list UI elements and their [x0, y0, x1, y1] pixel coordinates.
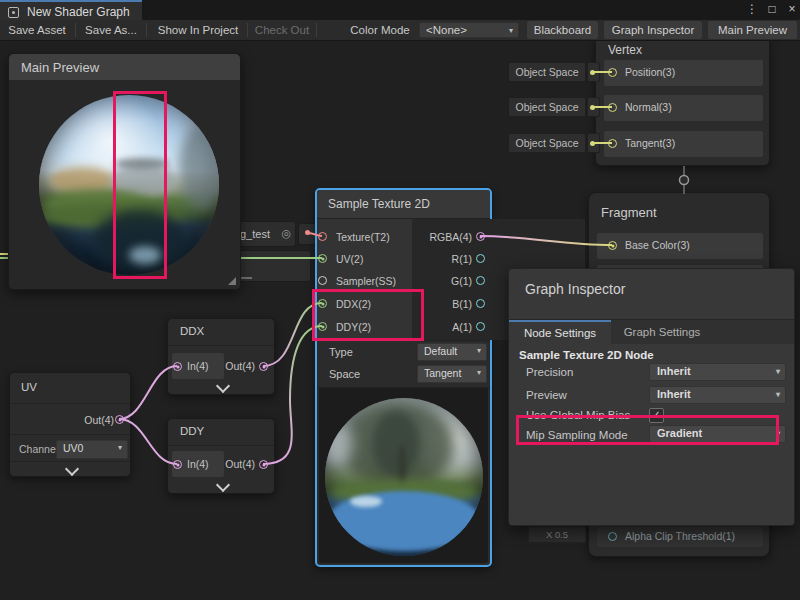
tab-graph-settings[interactable]: Graph Settings — [611, 320, 713, 344]
ddx-out-port[interactable] — [259, 362, 268, 371]
position-port[interactable] — [608, 68, 617, 77]
highlight-main-preview-strip — [113, 91, 167, 279]
resize-grip[interactable] — [228, 277, 236, 285]
precision-dropdown[interactable]: Inherit ▾ — [649, 363, 786, 381]
tangent-port[interactable] — [608, 139, 617, 148]
ddx-node[interactable]: DDX In(4) Out(4) — [167, 318, 275, 395]
color-mode-label: Color Mode — [347, 20, 413, 40]
base-color-port[interactable] — [608, 241, 617, 250]
save-asset-button[interactable]: Save Asset — [2, 20, 72, 40]
texture-input-label: Texture(T2) — [336, 231, 390, 243]
texture-asset-field[interactable]: g_test ◎ — [233, 221, 296, 247]
save-as-button[interactable]: Save As... — [79, 20, 143, 40]
tree-canopy-reflection — [372, 411, 419, 477]
divider — [146, 23, 147, 37]
dropdown-arrow-icon: ▾ — [776, 364, 780, 379]
texture-asset-name: g_test — [240, 228, 270, 240]
uv-channel-dropdown[interactable]: UV0 ▾ — [56, 440, 128, 459]
blackboard-toggle-button[interactable]: Blackboard — [527, 21, 598, 39]
inspector-tab-row: Node Settings Graph Settings — [509, 319, 794, 344]
texture-property-drawer[interactable] — [233, 250, 311, 282]
r-output-label: R(1) — [412, 253, 472, 265]
vertex-fragment-connector-knob[interactable] — [680, 176, 689, 185]
ddy-in-port[interactable] — [173, 460, 182, 469]
chevron-down-icon[interactable] — [65, 462, 79, 476]
sample-texture-2d-node[interactable]: Sample Texture 2D Texture(T2) UV(2) Samp… — [315, 188, 492, 567]
ddy-out-port[interactable] — [259, 460, 268, 469]
object-space-chip-label: Object Space — [508, 133, 586, 153]
space-dropdown[interactable]: Tangent ▾ — [417, 365, 487, 383]
ddx-in-port[interactable] — [173, 362, 182, 371]
ddy-node[interactable]: DDY In(4) Out(4) — [167, 418, 275, 494]
sample-node-preview-area — [319, 388, 488, 563]
show-in-project-button[interactable]: Show In Project — [151, 20, 245, 40]
precision-label: Precision — [526, 366, 573, 378]
vertex-node[interactable]: Vertex Position(3) Normal(3) Tangent(3) — [595, 36, 770, 166]
object-picker-icon[interactable]: ◎ — [281, 227, 291, 240]
main-preview-toggle-button[interactable]: Main Preview — [708, 21, 797, 39]
object-space-chip-position[interactable]: Object Space — [508, 62, 600, 82]
graph-inspector-panel[interactable]: Graph Inspector Node Settings Graph Sett… — [508, 268, 795, 526]
sample-node-preview-sphere[interactable] — [325, 398, 483, 556]
document-tab-title: New Shader Graph — [27, 5, 130, 19]
space-value: Tangent — [424, 367, 461, 379]
highlight-ddx-ddy-inputs — [312, 289, 424, 341]
object-space-chip-label: Object Space — [508, 97, 586, 117]
base-color-label: Base Color(3) — [625, 239, 690, 251]
preview-dropdown[interactable]: Inherit ▾ — [649, 386, 786, 404]
tree-reflection-right — [179, 124, 219, 210]
divider — [10, 403, 130, 404]
a-output-port[interactable] — [476, 322, 485, 331]
texture-asset-port[interactable] — [305, 230, 310, 235]
check-out-button[interactable]: Check Out — [251, 20, 313, 40]
ddx-in-label: In(4) — [187, 360, 209, 372]
uv-out-port[interactable] — [115, 415, 124, 424]
type-dropdown[interactable]: Default ▾ — [417, 343, 487, 361]
dropdown-arrow-icon: ▾ — [509, 23, 513, 39]
rgba-output-label: RGBA(4) — [412, 231, 472, 243]
uv-input-port[interactable] — [318, 254, 327, 263]
main-preview-title: Main Preview — [21, 60, 99, 75]
object-space-dot-icon — [590, 70, 595, 75]
alpha-clip-threshold-port[interactable] — [608, 532, 617, 541]
r-output-port[interactable] — [476, 254, 485, 263]
tab-node-settings[interactable]: Node Settings — [509, 320, 611, 346]
divider — [10, 461, 130, 462]
maximize-icon[interactable]: □ — [764, 1, 780, 18]
ddy-out-label: Out(4) — [216, 458, 255, 470]
g-output-port[interactable] — [476, 276, 485, 285]
document-tab[interactable]: New Shader Graph — [0, 0, 142, 20]
dropdown-arrow-icon: ▾ — [776, 387, 780, 402]
preview-label: Preview — [526, 389, 567, 401]
chevron-down-icon[interactable] — [216, 478, 230, 492]
inspector-section-title: Sample Texture 2D Node — [519, 349, 654, 361]
object-space-chip-tangent[interactable]: Object Space — [508, 133, 600, 153]
fragment-node-title: Fragment — [601, 205, 657, 220]
close-icon[interactable]: × — [784, 1, 800, 18]
uv-input-label: UV(2) — [336, 253, 363, 265]
g-output-label: G(1) — [412, 275, 472, 287]
object-space-chip-normal[interactable]: Object Space — [508, 97, 600, 117]
alpha-clip-value-chip[interactable]: X 0.5 — [528, 526, 586, 543]
divider — [75, 23, 76, 37]
texture-input-port[interactable] — [318, 232, 327, 241]
ddx-node-title: DDX — [180, 325, 204, 337]
main-preview-header[interactable]: Main Preview — [9, 54, 240, 80]
object-space-chip-label: Object Space — [508, 62, 586, 82]
graph-inspector-toggle-button[interactable]: Graph Inspector — [604, 21, 702, 39]
precision-value: Inherit — [657, 365, 691, 377]
uv-node-title: UV — [21, 381, 37, 393]
menu-icon[interactable]: ⋮ — [744, 1, 760, 18]
type-value: Default — [424, 345, 457, 357]
sample-node-title: Sample Texture 2D — [328, 197, 430, 211]
normal-port[interactable] — [608, 103, 617, 112]
vertex-node-title: Vertex — [608, 43, 642, 57]
color-mode-dropdown[interactable]: <None> ▾ — [419, 22, 519, 38]
rgba-output-port[interactable] — [476, 232, 485, 241]
uv-node[interactable]: UV Out(4) Channe UV0 ▾ — [9, 372, 131, 477]
b-output-port[interactable] — [476, 299, 485, 308]
chevron-down-icon[interactable] — [216, 379, 230, 393]
sampler-input-port[interactable] — [318, 276, 327, 285]
toolbar: Save Asset Save As... Show In Project Ch… — [0, 20, 800, 41]
uv-channel-value: UV0 — [63, 442, 83, 454]
